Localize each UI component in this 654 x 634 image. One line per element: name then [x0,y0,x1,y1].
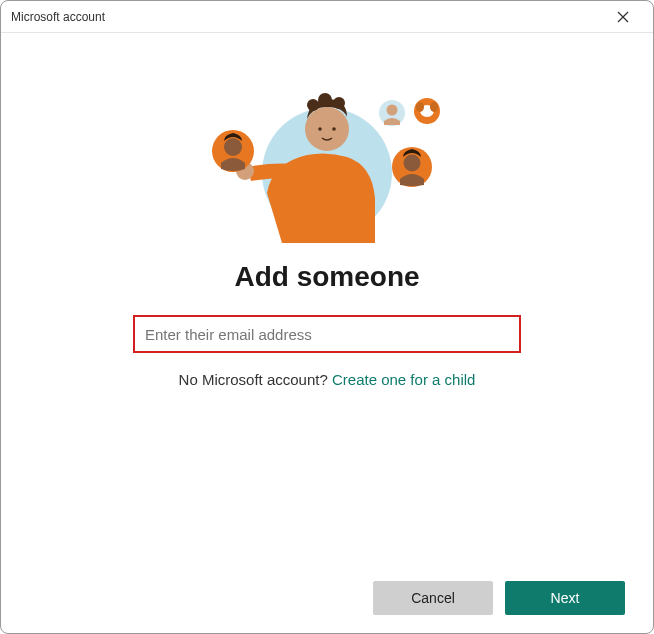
svg-point-16 [416,102,424,112]
no-account-text: No Microsoft account? Create one for a c… [179,371,476,388]
email-input-highlight [133,315,521,353]
svg-point-19 [404,155,421,172]
svg-point-6 [318,93,332,107]
dialog-window: Microsoft account [0,0,654,634]
window-title: Microsoft account [11,10,105,24]
email-input[interactable] [137,319,517,349]
dialog-content: Add someone No Microsoft account? Create… [1,33,653,565]
svg-point-13 [387,105,398,116]
close-button[interactable] [603,3,643,31]
family-illustration-icon [187,83,467,243]
no-account-prefix: No Microsoft account? [179,371,332,388]
svg-point-9 [332,127,336,131]
svg-point-11 [224,138,242,156]
svg-point-4 [305,107,349,151]
svg-point-7 [333,97,345,109]
close-icon [617,11,629,23]
svg-point-8 [318,127,322,131]
svg-point-17 [430,102,438,112]
titlebar: Microsoft account [1,1,653,33]
next-button[interactable]: Next [505,581,625,615]
page-title: Add someone [234,261,419,293]
cancel-button[interactable]: Cancel [373,581,493,615]
illustration [187,83,467,243]
svg-point-5 [307,99,319,111]
create-child-link[interactable]: Create one for a child [332,371,475,388]
dialog-footer: Cancel Next [1,565,653,633]
